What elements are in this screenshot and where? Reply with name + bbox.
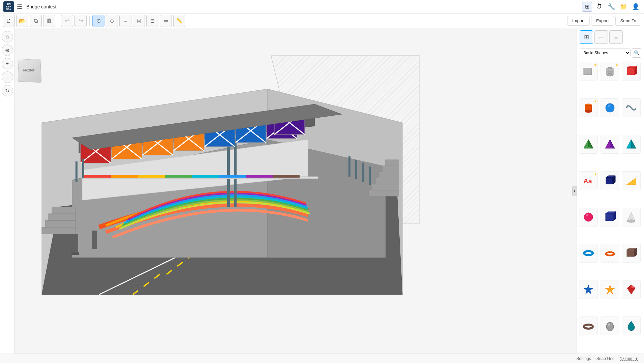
- svg-rect-114: [627, 250, 634, 256]
- svg-rect-56: [372, 184, 399, 190]
- right-panel: › ⊞ ⌐ ≡ Basic Shapes Featured Letters 🔍 …: [577, 28, 644, 354]
- shape-yellow-wedge[interactable]: [622, 171, 641, 190]
- shape-navy-box[interactable]: [601, 208, 619, 226]
- shape-squiggle[interactable]: [622, 98, 641, 117]
- app-logo: TIN KER CAD: [3, 1, 14, 12]
- zoom-fit-button[interactable]: ⊕: [2, 44, 13, 56]
- panel-grid-view-button[interactable]: ⊞: [580, 30, 593, 44]
- svg-point-103: [584, 213, 593, 221]
- shape-blue-torus[interactable]: [579, 244, 598, 263]
- main-area: ⌂ ⊕ + − ↻ FRONT: [0, 28, 644, 354]
- ruler-tool[interactable]: 📏: [173, 15, 185, 27]
- redo-button[interactable]: ↪: [74, 15, 87, 27]
- logo-line3: CAD: [6, 8, 11, 10]
- logo-line2: KER: [6, 5, 11, 8]
- mirror-tool[interactable]: ⇔: [160, 15, 172, 27]
- undo-button[interactable]: ↩: [61, 15, 73, 27]
- user-icon[interactable]: 👤: [631, 2, 641, 12]
- open-button[interactable]: 📂: [16, 15, 28, 27]
- toolbar-sep2: [89, 16, 90, 26]
- search-button[interactable]: 🔍: [632, 48, 641, 58]
- svg-marker-117: [584, 285, 593, 294]
- svg-point-123: [608, 324, 610, 326]
- snap-grid-value[interactable]: 1.0 mm ▼: [620, 356, 639, 361]
- shape-cylinder-striped[interactable]: ★: [601, 62, 619, 81]
- svg-rect-14: [227, 140, 230, 207]
- svg-rect-15: [234, 138, 237, 207]
- panel-notes-button[interactable]: ≡: [609, 30, 623, 44]
- shape-icon: [604, 283, 616, 296]
- svg-rect-52: [45, 220, 75, 227]
- top-bar: TIN KER CAD ☰ Bridge contest ⊞ ⏱ 🔧 📁 👤: [0, 0, 644, 13]
- shape-cyan-drop[interactable]: [622, 316, 641, 335]
- export-button[interactable]: Export: [591, 16, 614, 26]
- group-tool[interactable]: ⌗: [119, 15, 131, 27]
- right-toolbar: Import Export Send To: [567, 16, 641, 26]
- shape-gray-pebble[interactable]: [601, 316, 619, 335]
- clock-icon[interactable]: ⏱: [594, 2, 604, 12]
- shape-icon: [604, 138, 616, 150]
- delete-button[interactable]: 🗑: [43, 15, 55, 27]
- shape-orange-cylinder[interactable]: ★: [579, 98, 598, 117]
- view-cube[interactable]: FRONT: [18, 59, 41, 83]
- shape-blue-star[interactable]: [579, 280, 598, 299]
- import-button[interactable]: Import: [567, 16, 590, 26]
- settings-label[interactable]: Settings: [576, 356, 591, 361]
- svg-marker-118: [605, 285, 615, 294]
- shape-pink-sphere[interactable]: [579, 208, 598, 226]
- shape-cyan-prism[interactable]: [622, 135, 641, 154]
- shape-white-cone[interactable]: [622, 208, 641, 226]
- move-tool[interactable]: ◇: [106, 15, 118, 27]
- shape-red-cube[interactable]: [622, 62, 641, 81]
- svg-text:Aa: Aa: [583, 177, 592, 185]
- shape-icon: [582, 320, 594, 332]
- folder-icon[interactable]: 📁: [618, 2, 628, 12]
- shape-icon: [582, 65, 594, 78]
- ungroup-tool[interactable]: ⌸: [133, 15, 145, 27]
- new-button[interactable]: 🗋: [3, 15, 15, 27]
- svg-point-111: [586, 252, 590, 254]
- svg-rect-65: [362, 163, 364, 182]
- svg-rect-20: [165, 175, 192, 178]
- shape-blue-sphere[interactable]: [601, 98, 619, 117]
- svg-point-89: [606, 103, 614, 112]
- zoom-out-button[interactable]: −: [2, 71, 13, 83]
- rotate-button[interactable]: ↻: [2, 85, 13, 96]
- zoom-in-button[interactable]: +: [2, 58, 13, 69]
- send-to-button[interactable]: Send To: [615, 16, 641, 26]
- shape-icon: [625, 138, 637, 150]
- logo-line1: TIN: [7, 3, 10, 5]
- shape-dark-cube[interactable]: [601, 171, 619, 190]
- shape-icon: [582, 211, 594, 223]
- svg-rect-61: [75, 161, 78, 182]
- shape-brown-ring[interactable]: [579, 316, 598, 335]
- shape-icon: [582, 247, 594, 259]
- grid-view-icon[interactable]: ⊞: [582, 2, 592, 12]
- canvas-area[interactable]: FRONT: [15, 28, 577, 354]
- shapes-category-dropdown[interactable]: Basic Shapes Featured Letters: [580, 49, 631, 57]
- shape-icon: [604, 320, 616, 332]
- tools-icon[interactable]: 🔧: [606, 2, 616, 12]
- home-button[interactable]: ⌂: [2, 31, 13, 42]
- collapse-panel-button[interactable]: ›: [572, 186, 577, 196]
- shape-purple-pyramid[interactable]: [601, 135, 619, 154]
- svg-point-104: [586, 214, 588, 216]
- align-tool[interactable]: ⊟: [146, 15, 158, 27]
- panel-angle-view-button[interactable]: ⌐: [594, 30, 608, 44]
- snap-grid-label: Snap Grid: [596, 356, 615, 361]
- shape-red-gem[interactable]: [622, 280, 641, 299]
- shape-yellow-star[interactable]: [601, 280, 619, 299]
- duplicate-button[interactable]: ⧉: [30, 15, 42, 27]
- shape-box-striped[interactable]: ★: [579, 62, 598, 81]
- svg-rect-68: [71, 252, 79, 255]
- shape-text-red[interactable]: ★ Aa: [579, 171, 598, 190]
- shape-brown-box[interactable]: [622, 244, 641, 263]
- svg-rect-19: [138, 175, 165, 178]
- shape-orange-torus[interactable]: [601, 244, 619, 263]
- shape-green-pyramid[interactable]: [579, 135, 598, 154]
- toolbar: 🗋 📂 ⧉ 🗑 ↩ ↪ ⊙ ◇ ⌗ ⌸ ⊟ ⇔ 📏 Import Export …: [0, 13, 644, 28]
- svg-point-122: [606, 322, 614, 331]
- svg-point-88: [585, 110, 592, 113]
- select-tool[interactable]: ⊙: [92, 15, 104, 27]
- svg-point-90: [608, 105, 610, 107]
